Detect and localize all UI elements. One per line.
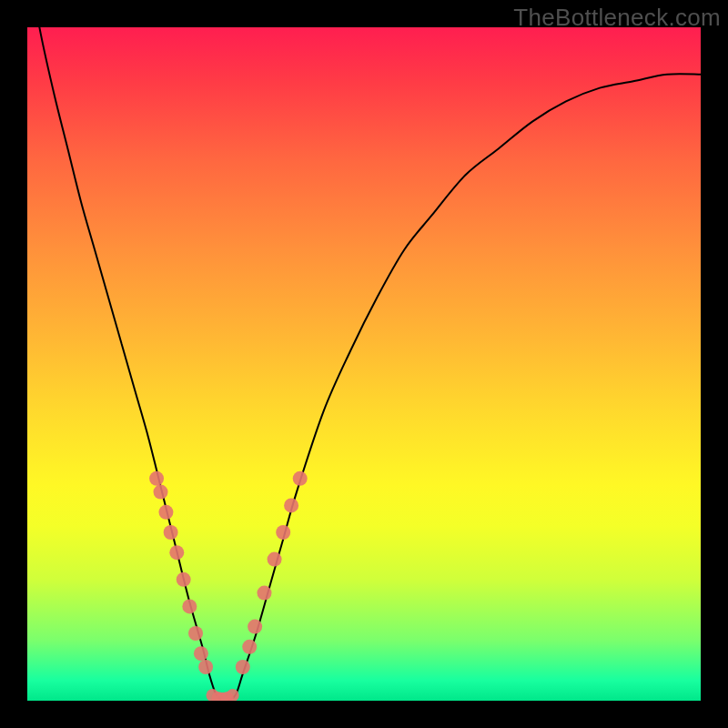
bottleneck-curve — [27, 27, 701, 701]
curve-marker — [248, 620, 262, 634]
curve-marker — [154, 485, 168, 500]
plot-area — [27, 27, 701, 701]
curve-marker — [164, 525, 178, 540]
curve-marker — [293, 471, 308, 486]
curve-marker — [158, 505, 173, 520]
curve-marker — [236, 660, 250, 674]
curve-marker — [194, 646, 208, 661]
curve-marker — [198, 660, 213, 674]
curve-marker — [242, 640, 257, 654]
curve-marker — [188, 626, 203, 641]
curve-marker — [257, 586, 271, 601]
chart-frame: TheBottleneck.com — [0, 0, 728, 728]
curve-marker — [284, 498, 298, 512]
curve-svg — [27, 27, 701, 701]
curve-marker — [268, 552, 282, 567]
curve-markers — [149, 471, 308, 701]
curve-marker — [276, 525, 290, 540]
curve-marker — [169, 545, 184, 560]
curve-marker — [149, 471, 164, 486]
curve-marker — [177, 572, 191, 587]
curve-marker — [182, 599, 197, 613]
